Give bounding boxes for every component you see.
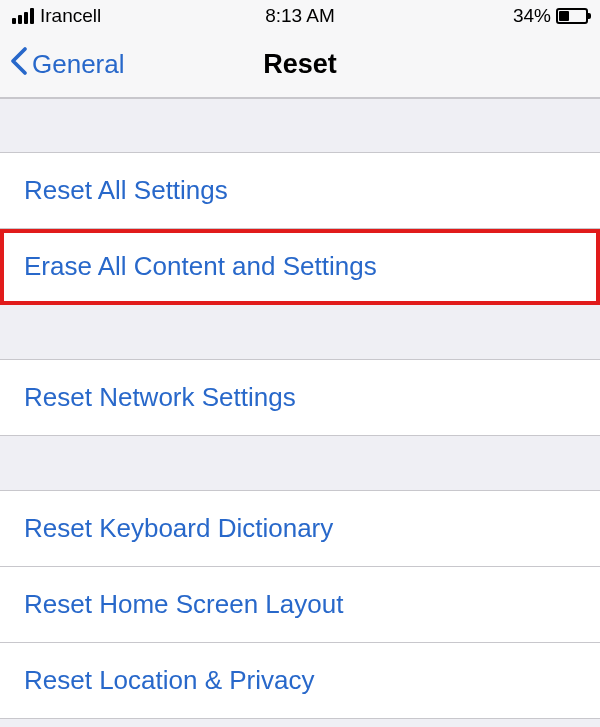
section-gap (0, 98, 600, 153)
page-title: Reset (263, 49, 337, 80)
status-right: 34% (513, 5, 588, 27)
reset-keyboard-dictionary[interactable]: Reset Keyboard Dictionary (0, 491, 600, 567)
status-left: Irancell (12, 5, 101, 27)
status-time: 8:13 AM (265, 5, 335, 27)
back-label: General (32, 49, 125, 80)
status-bar: Irancell 8:13 AM 34% (0, 0, 600, 32)
reset-all-settings[interactable]: Reset All Settings (0, 153, 600, 229)
reset-network-settings[interactable]: Reset Network Settings (0, 360, 600, 436)
battery-percent: 34% (513, 5, 551, 27)
reset-home-screen-layout[interactable]: Reset Home Screen Layout (0, 567, 600, 643)
back-button[interactable]: General (10, 46, 125, 83)
reset-location-privacy[interactable]: Reset Location & Privacy (0, 643, 600, 719)
nav-bar: General Reset (0, 32, 600, 98)
signal-strength-icon (12, 8, 34, 24)
section-gap (0, 305, 600, 360)
section-gap (0, 436, 600, 491)
carrier-label: Irancell (40, 5, 101, 27)
erase-all-content-and-settings[interactable]: Erase All Content and Settings (0, 229, 600, 305)
battery-icon (556, 8, 588, 24)
chevron-left-icon (10, 46, 28, 83)
